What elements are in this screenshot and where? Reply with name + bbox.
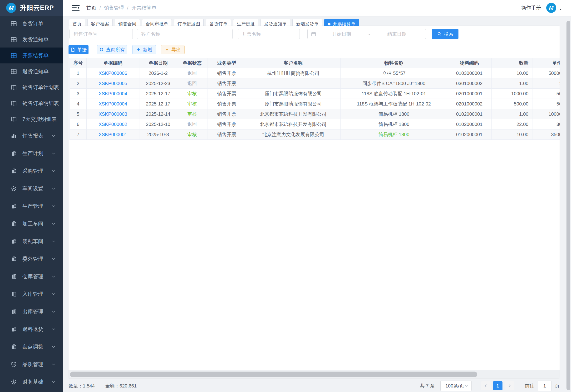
date-start-placeholder[interactable]: 开始日期 — [316, 31, 367, 37]
table-icon — [11, 68, 17, 75]
goto-page-input[interactable] — [538, 381, 552, 391]
add-button[interactable]: 新增 — [132, 45, 156, 54]
page-number-1[interactable]: 1 — [493, 381, 502, 390]
invoice-name-input[interactable] — [238, 29, 300, 39]
column-header-customer: 客户名称 — [246, 58, 341, 68]
material_code-value: 0102000001 — [456, 112, 482, 117]
cell-date: 2025-12-23 — [139, 78, 177, 88]
date-end-placeholder[interactable]: 结束日期 — [371, 31, 422, 37]
book-icon — [11, 100, 17, 107]
code-value[interactable]: XSKP000005 — [99, 81, 127, 86]
column-header-code: 单据编码 — [87, 58, 139, 68]
sidebar-item-委外管理[interactable]: 委外管理 — [0, 250, 63, 268]
user-avatar[interactable]: M — [546, 3, 556, 13]
cell-biz: 销售开票 — [208, 129, 246, 140]
sidebar-item-财务基础[interactable]: 财务基础 — [0, 373, 63, 391]
cell-code: XSKP000005 — [87, 78, 139, 88]
sidebar-item-加工车间[interactable]: 加工车间 — [0, 215, 63, 233]
sidebar-item-label: 车间设置 — [22, 185, 43, 192]
cell-material: 同步带件B CA=1800 JJ=1800 — [341, 78, 447, 88]
query-all-button[interactable]: 查询所有 — [97, 45, 127, 54]
next-page-button[interactable] — [505, 381, 514, 390]
sidebar-item-仓库管理[interactable]: 仓库管理 — [0, 268, 63, 285]
code-value[interactable]: XSKP000002 — [99, 122, 127, 127]
material_code-value: 0201000002 — [456, 101, 482, 107]
code-value[interactable]: XSKP000004 — [99, 101, 127, 107]
sidebar-item-7天交货明细表[interactable]: 7天交货明细表 — [0, 111, 63, 127]
material_code-value: 0103000001 — [456, 70, 482, 76]
manual-link[interactable]: 操作手册 — [521, 4, 541, 11]
material-value: 118S 底盘传动装配 1H-102-01 — [362, 91, 426, 97]
sidebar-item-出库管理[interactable]: 出库管理 — [0, 303, 63, 321]
column-header-qty: 数量 — [492, 58, 532, 68]
search-button[interactable]: 搜索 — [432, 29, 458, 39]
cell-index: 6 — [70, 119, 87, 129]
book-icon — [11, 84, 17, 91]
breadcrumb-item-首页[interactable]: 首页 — [86, 4, 96, 11]
page-size-select[interactable]: 100条/页 — [440, 381, 472, 391]
sidebar-item-开票结算单[interactable]: 开票结算单 — [0, 47, 63, 63]
plus-icon — [136, 47, 141, 52]
date-value: 2025-10-8 — [147, 132, 169, 137]
sidebar-item-装配车间[interactable]: 装配车间 — [0, 233, 63, 250]
sidebar-item-采购管理[interactable]: 采购管理 — [0, 162, 63, 180]
biz-value: 销售开票 — [217, 101, 236, 107]
cell-code: XSKP000006 — [87, 68, 139, 78]
table-row: 6XSKP0000022025-12-10退回销售开票北京都市花语科技开发有限公… — [70, 119, 560, 129]
sidebar-item-生产计划[interactable]: 生产计划 — [0, 145, 63, 162]
cell-price: 1 — [532, 78, 560, 88]
cell-price: 50000 — [532, 68, 560, 78]
sidebar-item-退货通知单[interactable]: 退货通知单 — [0, 63, 63, 79]
user-menu-caret-icon[interactable] — [559, 8, 562, 11]
code-value[interactable]: XSKP000003 — [99, 112, 127, 117]
code-value[interactable]: XSKP000001 — [99, 132, 127, 137]
document-button-label: 单据 — [77, 47, 87, 53]
cell-code: XSKP000002 — [87, 119, 139, 129]
sidebar-collapse-icon[interactable] — [72, 4, 80, 11]
document-button[interactable]: 单据 — [69, 45, 89, 54]
cell-material_code: 0103000001 — [447, 68, 492, 78]
sidebar-item-label: 加工车间 — [22, 220, 43, 227]
topbar-right: 操作手册 M — [521, 3, 562, 13]
biz-value: 销售开票 — [217, 111, 236, 117]
sidebar-item-销售报表[interactable]: 销售报表 — [0, 127, 63, 145]
copy-icon — [11, 256, 17, 262]
chart-icon — [11, 133, 17, 139]
breadcrumb-item-销售管理: 销售管理 — [104, 4, 124, 11]
sidebar-item-label: 入库管理 — [22, 291, 43, 298]
column-header-index: 序号 — [70, 58, 87, 68]
sidebar-item-盘点调拨[interactable]: 盘点调拨 — [0, 338, 63, 356]
code-value[interactable]: XSKP000006 — [99, 70, 127, 76]
cell-status: 审核 — [177, 129, 208, 140]
cell-price: 3500 — [532, 129, 560, 140]
cell-qty: 22.00 — [492, 119, 532, 129]
sidebar-item-销售订单计划表[interactable]: 销售订单计划表 — [0, 79, 63, 95]
sidebar-item-品质管理[interactable]: 品质管理 — [0, 356, 63, 373]
cell-index: 2 — [70, 78, 87, 88]
sidebar-item-车间设置[interactable]: 车间设置 — [0, 180, 63, 197]
horizontal-scrollbar-thumb[interactable] — [70, 372, 477, 377]
sidebar-item-退料退货[interactable]: 退料退货 — [0, 321, 63, 338]
horizontal-scrollbar-track[interactable] — [69, 370, 560, 378]
cell-code: XSKP000004 — [87, 99, 139, 109]
cell-qty: 1.00 — [492, 78, 532, 88]
copy-icon — [11, 238, 17, 245]
customer-name-input[interactable] — [137, 29, 233, 39]
page-scrollbar-thumb[interactable] — [567, 21, 570, 390]
cell-qty: 10.00 — [492, 129, 532, 140]
breadcrumb-separator: / — [127, 5, 128, 11]
sidebar-item-入库管理[interactable]: 入库管理 — [0, 285, 63, 303]
export-button[interactable]: 导出 — [161, 45, 185, 54]
sidebar-item-label: 生产管理 — [22, 203, 43, 210]
sidebar-item-备货订单[interactable]: 备货订单 — [0, 16, 63, 32]
sidebar-item-发货通知单[interactable]: 发货通知单 — [0, 32, 63, 47]
customer-value: 厦门市黑眼睛服饰有限公司 — [265, 101, 322, 107]
sales-order-no-input[interactable] — [70, 29, 133, 39]
cell-material: 简易机柜 1800 — [341, 119, 447, 129]
date-range-picker[interactable]: 开始日期 - 结束日期 — [307, 29, 426, 39]
chevron-down-icon — [51, 134, 56, 138]
sidebar-item-销售订单明细表[interactable]: 销售订单明细表 — [0, 95, 63, 111]
sidebar-item-生产管理[interactable]: 生产管理 — [0, 197, 63, 215]
prev-page-button[interactable] — [481, 381, 491, 390]
code-value[interactable]: XSKP000004 — [99, 91, 127, 97]
